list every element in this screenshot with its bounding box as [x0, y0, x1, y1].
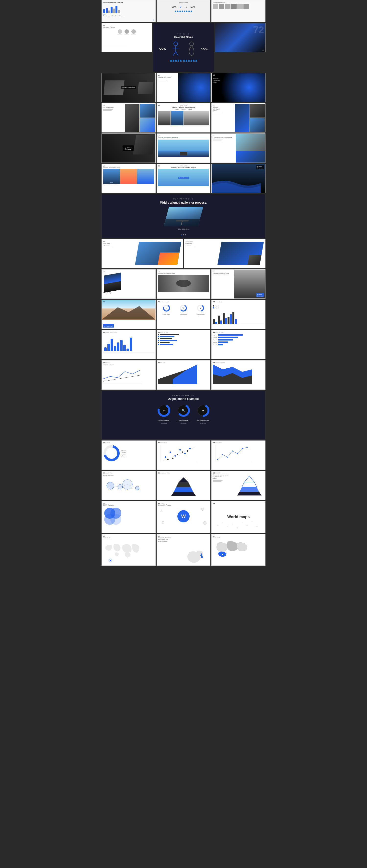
- slide-col-chart[interactable]: 20 column chart Keyword Keyword: [211, 300, 265, 329]
- slide-gender-featured[interactable]: THE BUILD Male VS Female 55%: [153, 23, 214, 72]
- gallery-left-title: right aligned gallery: [103, 106, 123, 108]
- our-portfolio-label: OUR PORTFOLIO: [173, 198, 194, 200]
- svg-point-80: [256, 526, 258, 527]
- slide-scalable[interactable]: 2D scalable chart Take right steps to kn…: [102, 471, 156, 500]
- svg-point-46: [187, 450, 188, 452]
- slide-inside-left[interactable]: UI. Inside pagesor process: [102, 239, 183, 269]
- slide-product-showcase[interactable]: Product Showcase: [102, 73, 156, 102]
- svg-text:☀: ☀: [166, 307, 167, 309]
- swot-title: SWOT Analysis: [103, 504, 154, 506]
- slide-bar-chart2[interactable]: 2D sorted bar chart: [157, 330, 211, 359]
- slide-gallery-bottom[interactable]: SLIDE NAME Slide with bottom aligned gal…: [157, 103, 211, 132]
- slide-photo-72[interactable]: 72 UI.: [215, 23, 265, 52]
- slide-team[interactable]: UI. Our amazing team: [102, 23, 152, 52]
- slide-bar-chart3[interactable]: 2D sorted bar chart Keyword Keyword Keyw…: [211, 330, 265, 359]
- pyramid-plain-title: As potential returns increaseso does the…: [213, 474, 233, 479]
- slide-pyramid-chart[interactable]: Customize your vision UI.: [157, 471, 211, 500]
- pyramid-plain-subtitle: SLIDE NAME: [213, 472, 233, 474]
- pie-desc2: A small river named Duden flows by their…: [176, 422, 191, 424]
- ui-label-swot: UI.: [103, 502, 154, 504]
- slide-world-maps[interactable]: World maps UI.: [211, 501, 265, 533]
- svg-point-42: [167, 459, 169, 460]
- center-single-title: Slide with center aligned single image: [158, 137, 209, 138]
- slide-map3[interactable]: UI. SLIDE NAME: [211, 534, 265, 566]
- svg-line-47: [163, 447, 195, 461]
- slide-gender-small[interactable]: Male VS Female 55% ♀ ♀ 55% 👤👤👤👤👤 👤👤👤👤👤: [157, 0, 211, 22]
- svg-marker-70: [239, 487, 259, 492]
- svg-text:☀: ☀: [163, 409, 165, 412]
- gallery-bottom-title: Slide with bottom aligned gallery: [158, 106, 209, 108]
- portfolio-featured[interactable]: OUR PORTFOLIO Middle aligned gallery or …: [102, 194, 265, 238]
- slide-worldwide[interactable]: THE BUILD Worldwide Product W UI.: [157, 501, 211, 533]
- row-9: Product showcase +title on single image …: [102, 300, 265, 329]
- slide-advisors[interactable]: Advisors and investors: [211, 0, 265, 22]
- ui-label-pl: UI.: [103, 442, 105, 443]
- scatter-label: 2D scatter chart: [158, 442, 209, 443]
- slide-map2[interactable]: UI. Companyfix, the simpleway of selling…: [157, 534, 211, 566]
- mountain-badge: Product showcase +title on single image: [103, 324, 114, 328]
- ui-label-bc1: UI.: [103, 332, 105, 333]
- slide-gallery-right[interactable]: UI. Slide withright alignedgallery: [211, 103, 265, 132]
- slide-timeline[interactable]: Company or project timeline 2020 A small…: [102, 0, 156, 22]
- slide-gallery-left[interactable]: UI. right aligned gallery: [102, 103, 156, 132]
- gallery-right-title: Slide withright alignedgallery: [213, 106, 233, 112]
- slide-inverted-area[interactable]: 2D inverted area chart UI.: [211, 360, 265, 390]
- slide-center-single[interactable]: UI. Slide with center aligned single ima…: [157, 133, 211, 163]
- svg-point-50: [217, 459, 218, 460]
- ui-label-sc2: UI.: [213, 442, 215, 443]
- slide-scatter2[interactable]: 2D scatter chart UI.: [211, 440, 265, 470]
- pie-corporate-identity: Corporate Identity: [196, 420, 210, 421]
- svg-point-51: [222, 454, 223, 455]
- svg-point-44: [177, 454, 178, 455]
- inside-left-title: Inside pagesor process: [103, 243, 135, 246]
- bar3-item4: Keyword: [213, 342, 218, 343]
- slide-scatter[interactable]: 2D scatter chart: [157, 440, 211, 470]
- pie-desc3: A small river named Duden flows by their…: [196, 422, 210, 424]
- area-label: 2D area chart: [158, 362, 209, 363]
- slide-line-chart[interactable]: 2D line chart ● Keyword● Keyword UI.: [102, 360, 156, 390]
- svg-point-74: [227, 526, 228, 527]
- row-14: UI. SWOT Analysis THE BUILD Worldwide Pr…: [102, 501, 265, 533]
- slide-right-img2[interactable]: UI. Slide with right aligned image Produ…: [211, 269, 265, 299]
- pie-chart-title: 20 pie charts example: [168, 397, 199, 401]
- ui-label-pm: UI.: [103, 301, 105, 303]
- slide-center-gallery[interactable]: UI. Slide with center aligned gallery Pr…: [102, 164, 156, 193]
- slide-area-chart[interactable]: 2D area chart UI.: [157, 360, 211, 390]
- svg-text:🔍: 🔍: [182, 409, 185, 412]
- slide-swot[interactable]: UI. SWOT Analysis: [102, 501, 156, 533]
- row-15: UI. SLIDE NAME UI. Compa: [102, 534, 265, 566]
- row-8: UI. Take right steps UI. Slide with cent…: [102, 269, 265, 299]
- ui-label-m1: UI.: [103, 535, 154, 537]
- slide-subtitle: Male VS Female: [158, 2, 209, 3]
- slide-steps-left[interactable]: UI. Take right steps: [102, 269, 156, 299]
- slide-pie-left[interactable]: 2D pie chart ● Keyword ● Keyword ● Keywo…: [102, 440, 156, 470]
- bar3-label: 2D sorted bar chart: [213, 332, 264, 333]
- slide-name-ir: SLIDE NAME: [186, 241, 217, 242]
- slide-right-aligned[interactable]: UI. Slide with right aligned: [157, 73, 211, 102]
- slide-map1[interactable]: UI. SLIDE NAME: [102, 534, 156, 566]
- svg-point-52: [227, 457, 228, 458]
- row-3: Product Showcase UI. Slide with right al…: [102, 73, 265, 102]
- slide-enhance[interactable]: UI. Enhance your next creative project: [211, 133, 265, 163]
- slide-bar-chart1[interactable]: 2D rounded column chart UI.: [102, 330, 156, 359]
- slide-product-ocean[interactable]: ProductShowcase: [211, 164, 265, 193]
- ui-label-bc2: UI.: [158, 332, 160, 333]
- bar3-item2: Keyword: [213, 337, 218, 338]
- svg-point-53: [232, 451, 233, 452]
- slide-product-dark[interactable]: ProductShowcase: [102, 133, 156, 163]
- ui-label-en2: UI.: [158, 165, 160, 167]
- slide-blue-abstract[interactable]: UI. Slide withright alignedimage: [211, 73, 265, 102]
- slide-center-img[interactable]: UI. Slide with center aligned image: [157, 269, 211, 299]
- slide-pie-charts[interactable]: 20 pie chart example ☀ Content Strategy: [157, 300, 211, 329]
- content-strategy-label: Content Strategy: [162, 314, 171, 315]
- scatter2-label: 2D scatter chart: [213, 442, 264, 443]
- scalable-label: 2D scalable chart: [103, 472, 154, 474]
- slide-pyramid-plain[interactable]: SLIDE NAME As potential returns increase…: [211, 471, 265, 500]
- slide-product-mountain[interactable]: Product showcase +title on single image …: [102, 300, 156, 329]
- row-7: UI. Inside pagesor process SLIDE NAME In…: [102, 239, 265, 269]
- svg-point-6: [190, 42, 194, 46]
- slide-inside-right[interactable]: SLIDE NAME Inside pagesor process: [184, 239, 265, 269]
- ui-label-lc: UI.: [103, 362, 105, 363]
- pie-charts-featured[interactable]: CHART EXAMPLES 20 pie charts example ☀ C…: [102, 391, 265, 439]
- slide-enhance2[interactable]: SLIDE NAME Enhance your next creative pr…: [157, 164, 211, 193]
